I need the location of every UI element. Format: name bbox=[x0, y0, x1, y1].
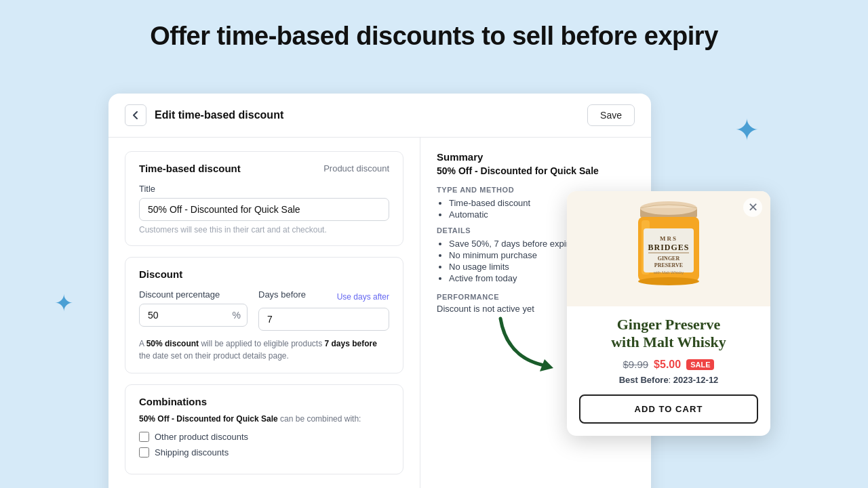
product-name: Ginger Preservewith Malt Whisky bbox=[579, 316, 758, 352]
product-popup: ✕ MRS BRIDGES GINGER PRESERVE bbox=[567, 191, 770, 436]
summary-subtitle: 50% Off - Discounted for Quick Sale bbox=[437, 165, 635, 176]
days-field-group: Days before Use days after bbox=[258, 289, 389, 331]
shipping-discounts-checkbox[interactable] bbox=[139, 447, 149, 458]
other-discounts-label: Other product discounts bbox=[155, 432, 248, 442]
sale-badge: SALE bbox=[686, 359, 714, 370]
shipping-discounts-label: Shipping discounts bbox=[155, 447, 229, 458]
section1-badge: Product discount bbox=[323, 163, 389, 174]
left-column: Time-based discount Product discount Tit… bbox=[108, 138, 420, 488]
pct-field-group: Discount percentage % bbox=[139, 289, 248, 327]
best-before: Best Before: 2023-12-12 bbox=[579, 375, 758, 385]
time-based-discount-section: Time-based discount Product discount Tit… bbox=[125, 151, 403, 246]
price-row: $9.99 $5.00 SALE bbox=[579, 359, 758, 371]
days-label: Days before bbox=[258, 289, 306, 300]
page-headline: Offer time-based discounts to sell befor… bbox=[0, 0, 868, 67]
days-label-row: Days before Use days after bbox=[258, 289, 389, 304]
pct-label: Discount percentage bbox=[139, 289, 248, 300]
svg-text:MRS: MRS bbox=[660, 235, 677, 242]
best-before-label: Best Before bbox=[619, 375, 669, 385]
other-discounts-checkbox[interactable] bbox=[139, 432, 149, 442]
popup-image-area: MRS BRIDGES GINGER PRESERVE with Malt Wh… bbox=[567, 191, 770, 306]
section3-title: Combinations bbox=[139, 396, 389, 407]
add-to-cart-button[interactable]: ADD TO CART bbox=[579, 394, 758, 424]
svg-point-13 bbox=[638, 277, 699, 285]
svg-text:PRESERVE: PRESERVE bbox=[654, 262, 683, 268]
save-button[interactable]: Save bbox=[587, 104, 635, 126]
card-title: Edit time-based discount bbox=[155, 109, 579, 121]
combinations-section: Combinations 50% Off - Discounted for Qu… bbox=[125, 384, 403, 474]
section1-header: Time-based discount Product discount bbox=[139, 163, 389, 174]
checkbox-other-discounts: Other product discounts bbox=[139, 432, 389, 442]
card-header: Edit time-based discount Save bbox=[108, 94, 651, 138]
combo-description: 50% Off - Discounted for Quick Sale can … bbox=[139, 414, 389, 424]
best-before-date: 2023-12-12 bbox=[673, 375, 719, 385]
popup-content: Ginger Preservewith Malt Whisky $9.99 $5… bbox=[567, 306, 770, 436]
svg-text:BRIDGES: BRIDGES bbox=[648, 243, 689, 252]
use-days-after-link[interactable]: Use days after bbox=[337, 292, 389, 302]
title-input[interactable] bbox=[139, 198, 389, 221]
pct-input-wrap: % bbox=[139, 304, 248, 327]
popup-close-button[interactable]: ✕ bbox=[743, 198, 762, 217]
checkbox-shipping-discounts: Shipping discounts bbox=[139, 447, 389, 458]
product-jar-image: MRS BRIDGES GINGER PRESERVE with Malt Wh… bbox=[625, 195, 713, 303]
star-decoration-right: ✦ bbox=[734, 115, 760, 145]
svg-text:with Malt Whisky: with Malt Whisky bbox=[653, 270, 684, 274]
days-input[interactable] bbox=[258, 308, 389, 331]
sale-price: $5.00 bbox=[654, 359, 681, 371]
pct-input[interactable] bbox=[139, 304, 248, 327]
discount-section: Discount Discount percentage % Days befo… bbox=[125, 257, 403, 373]
pct-suffix: % bbox=[233, 310, 241, 321]
title-field-label: Title bbox=[139, 184, 389, 194]
section2-title: Discount bbox=[139, 268, 389, 280]
back-button[interactable] bbox=[125, 104, 146, 126]
original-price: $9.99 bbox=[623, 359, 649, 370]
title-helper-text: Customers will see this in their cart an… bbox=[139, 225, 389, 235]
summary-title: Summary bbox=[437, 151, 635, 163]
section1-title: Time-based discount bbox=[139, 163, 241, 174]
discount-info-text: A 50% discount will be applied to eligib… bbox=[139, 338, 389, 362]
svg-text:GINGER: GINGER bbox=[658, 256, 680, 262]
star-decoration-left: ✦ bbox=[54, 291, 73, 314]
discount-inputs-row: Discount percentage % Days before Use da… bbox=[139, 289, 389, 331]
